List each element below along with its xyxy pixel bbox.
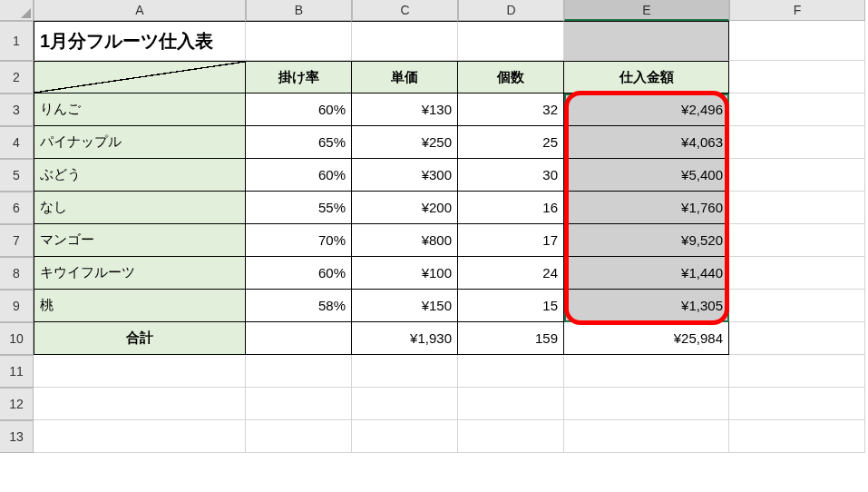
item-price-3[interactable]: ¥200 — [352, 192, 458, 224]
item-amount-3[interactable]: ¥1,760 — [564, 192, 729, 224]
col-header-E[interactable]: E — [564, 0, 729, 21]
cell-F3[interactable] — [729, 93, 865, 126]
cell-E1[interactable] — [564, 21, 729, 61]
cell-E13[interactable] — [564, 420, 729, 453]
total-rate[interactable] — [246, 322, 352, 355]
col-header-B[interactable]: B — [246, 0, 352, 21]
col-header-F[interactable]: F — [729, 0, 865, 21]
cell-F8[interactable] — [729, 257, 865, 290]
item-amount-0[interactable]: ¥2,496 — [564, 93, 729, 126]
item-name-5[interactable]: キウイフルーツ — [34, 257, 246, 290]
row-header-6[interactable]: 6 — [0, 192, 34, 224]
item-amount-4[interactable]: ¥9,520 — [564, 224, 729, 257]
row-header-4[interactable]: 4 — [0, 126, 34, 159]
row-header-11[interactable]: 11 — [0, 355, 34, 388]
row-header-7[interactable]: 7 — [0, 224, 34, 257]
item-name-2[interactable]: ぶどう — [34, 159, 246, 192]
cell-F9[interactable] — [729, 290, 865, 322]
cell-D1[interactable] — [458, 21, 564, 61]
item-amount-5[interactable]: ¥1,440 — [564, 257, 729, 290]
item-name-0[interactable]: りんご — [34, 93, 246, 126]
item-rate-4[interactable]: 70% — [246, 224, 352, 257]
cell-F10[interactable] — [729, 322, 865, 355]
cell-B11[interactable] — [246, 355, 352, 388]
header-amount[interactable]: 仕入金額 — [564, 61, 729, 93]
row-header-5[interactable]: 5 — [0, 159, 34, 192]
col-header-A[interactable]: A — [34, 0, 246, 21]
cell-A13[interactable] — [34, 420, 246, 453]
col-header-C[interactable]: C — [352, 0, 458, 21]
col-header-D[interactable]: D — [458, 0, 564, 21]
spreadsheet-grid[interactable]: A B C D E F 1 1月分フルーツ仕入表 2 掛け率 単価 個数 仕入金… — [0, 0, 868, 453]
cell-B12[interactable] — [246, 388, 352, 420]
title-cell[interactable]: 1月分フルーツ仕入表 — [34, 21, 246, 61]
cell-D13[interactable] — [458, 420, 564, 453]
item-rate-1[interactable]: 65% — [246, 126, 352, 159]
cell-B13[interactable] — [246, 420, 352, 453]
item-price-0[interactable]: ¥130 — [352, 93, 458, 126]
item-rate-2[interactable]: 60% — [246, 159, 352, 192]
diagonal-header[interactable] — [34, 61, 246, 93]
item-name-1[interactable]: パイナップル — [34, 126, 246, 159]
total-price[interactable]: ¥1,930 — [352, 322, 458, 355]
cell-F13[interactable] — [729, 420, 865, 453]
item-qty-1[interactable]: 25 — [458, 126, 564, 159]
item-amount-6[interactable]: ¥1,305 — [564, 290, 729, 322]
cell-C12[interactable] — [352, 388, 458, 420]
cell-E12[interactable] — [564, 388, 729, 420]
item-price-1[interactable]: ¥250 — [352, 126, 458, 159]
header-rate[interactable]: 掛け率 — [246, 61, 352, 93]
cell-D11[interactable] — [458, 355, 564, 388]
select-all-corner[interactable] — [0, 0, 34, 21]
item-price-6[interactable]: ¥150 — [352, 290, 458, 322]
row-header-13[interactable]: 13 — [0, 420, 34, 453]
item-amount-1[interactable]: ¥4,063 — [564, 126, 729, 159]
cell-C13[interactable] — [352, 420, 458, 453]
row-header-9[interactable]: 9 — [0, 290, 34, 322]
cell-F6[interactable] — [729, 192, 865, 224]
item-rate-6[interactable]: 58% — [246, 290, 352, 322]
item-qty-4[interactable]: 17 — [458, 224, 564, 257]
item-qty-0[interactable]: 32 — [458, 93, 564, 126]
item-name-3[interactable]: なし — [34, 192, 246, 224]
cell-F12[interactable] — [729, 388, 865, 420]
cell-F11[interactable] — [729, 355, 865, 388]
cell-C11[interactable] — [352, 355, 458, 388]
cell-E11[interactable] — [564, 355, 729, 388]
item-qty-2[interactable]: 30 — [458, 159, 564, 192]
item-qty-5[interactable]: 24 — [458, 257, 564, 290]
row-header-8[interactable]: 8 — [0, 257, 34, 290]
cell-D12[interactable] — [458, 388, 564, 420]
item-price-5[interactable]: ¥100 — [352, 257, 458, 290]
header-qty[interactable]: 個数 — [458, 61, 564, 93]
item-price-4[interactable]: ¥800 — [352, 224, 458, 257]
total-qty[interactable]: 159 — [458, 322, 564, 355]
row-header-1[interactable]: 1 — [0, 21, 34, 61]
item-price-2[interactable]: ¥300 — [352, 159, 458, 192]
cell-F2[interactable] — [729, 61, 865, 93]
total-label[interactable]: 合計 — [34, 322, 246, 355]
cell-A11[interactable] — [34, 355, 246, 388]
cell-F7[interactable] — [729, 224, 865, 257]
cell-F1[interactable] — [729, 21, 865, 61]
row-header-2[interactable]: 2 — [0, 61, 34, 93]
item-rate-0[interactable]: 60% — [246, 93, 352, 126]
item-name-6[interactable]: 桃 — [34, 290, 246, 322]
cell-B1[interactable] — [246, 21, 352, 61]
cell-F4[interactable] — [729, 126, 865, 159]
row-header-10[interactable]: 10 — [0, 322, 34, 355]
cell-A12[interactable] — [34, 388, 246, 420]
item-name-4[interactable]: マンゴー — [34, 224, 246, 257]
cell-F5[interactable] — [729, 159, 865, 192]
item-amount-2[interactable]: ¥5,400 — [564, 159, 729, 192]
item-qty-6[interactable]: 15 — [458, 290, 564, 322]
row-header-12[interactable]: 12 — [0, 388, 34, 420]
row-header-3[interactable]: 3 — [0, 93, 34, 126]
header-unitprice[interactable]: 単価 — [352, 61, 458, 93]
total-amount[interactable]: ¥25,984 — [564, 322, 729, 355]
item-rate-5[interactable]: 60% — [246, 257, 352, 290]
cell-C1[interactable] — [352, 21, 458, 61]
item-qty-3[interactable]: 16 — [458, 192, 564, 224]
item-rate-3[interactable]: 55% — [246, 192, 352, 224]
